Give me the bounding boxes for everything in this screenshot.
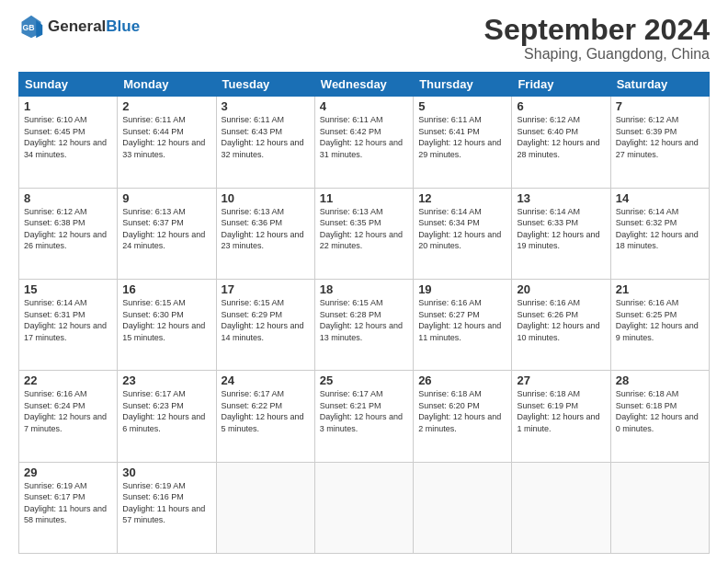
day-number: 23 xyxy=(122,373,210,387)
day-info: Sunrise: 6:19 AM Sunset: 6:16 PM Dayligh… xyxy=(122,480,210,526)
table-cell-w2c6: 21 Sunrise: 6:16 AM Sunset: 6:25 PM Dayl… xyxy=(610,279,709,370)
table-cell-w1c1: 9 Sunrise: 6:13 AM Sunset: 6:37 PM Dayli… xyxy=(118,188,216,279)
day-info: Sunrise: 6:15 AM Sunset: 6:28 PM Dayligh… xyxy=(320,297,408,343)
day-info: Sunrise: 6:18 AM Sunset: 6:20 PM Dayligh… xyxy=(418,388,506,434)
day-info: Sunrise: 6:12 AM Sunset: 6:40 PM Dayligh… xyxy=(517,114,605,160)
table-cell-w0c2: 3 Sunrise: 6:11 AM Sunset: 6:43 PM Dayli… xyxy=(216,97,314,188)
calendar-week-2: 8 Sunrise: 6:12 AM Sunset: 6:38 PM Dayli… xyxy=(19,188,710,279)
table-cell-w0c3: 4 Sunrise: 6:11 AM Sunset: 6:42 PM Dayli… xyxy=(314,97,413,188)
table-cell-w4c3 xyxy=(314,462,413,553)
table-cell-w0c6: 7 Sunrise: 6:12 AM Sunset: 6:39 PM Dayli… xyxy=(610,97,709,188)
table-cell-w0c4: 5 Sunrise: 6:11 AM Sunset: 6:41 PM Dayli… xyxy=(414,97,512,188)
calendar-week-4: 22 Sunrise: 6:16 AM Sunset: 6:24 PM Dayl… xyxy=(19,371,710,462)
day-number: 14 xyxy=(616,191,704,205)
col-tuesday: Tuesday xyxy=(216,73,314,97)
day-info: Sunrise: 6:11 AM Sunset: 6:42 PM Dayligh… xyxy=(320,114,408,160)
day-info: Sunrise: 6:12 AM Sunset: 6:39 PM Dayligh… xyxy=(616,114,704,160)
day-number: 24 xyxy=(222,373,310,387)
logo: GB GeneralBlue xyxy=(18,14,140,40)
table-cell-w3c6: 28 Sunrise: 6:18 AM Sunset: 6:18 PM Dayl… xyxy=(610,371,709,462)
day-info: Sunrise: 6:19 AM Sunset: 6:17 PM Dayligh… xyxy=(24,480,112,526)
col-saturday: Saturday xyxy=(610,73,709,97)
day-info: Sunrise: 6:12 AM Sunset: 6:38 PM Dayligh… xyxy=(24,206,112,252)
table-cell-w3c5: 27 Sunrise: 6:18 AM Sunset: 6:19 PM Dayl… xyxy=(512,371,610,462)
col-sunday: Sunday xyxy=(19,73,118,97)
day-info: Sunrise: 6:16 AM Sunset: 6:27 PM Dayligh… xyxy=(418,297,506,343)
table-cell-w2c0: 15 Sunrise: 6:14 AM Sunset: 6:31 PM Dayl… xyxy=(19,279,118,370)
table-cell-w4c6 xyxy=(610,462,709,553)
table-cell-w2c1: 16 Sunrise: 6:15 AM Sunset: 6:30 PM Dayl… xyxy=(118,279,216,370)
day-number: 21 xyxy=(616,282,704,296)
logo-blue: Blue xyxy=(106,17,140,35)
col-wednesday: Wednesday xyxy=(314,73,413,97)
table-cell-w3c1: 23 Sunrise: 6:17 AM Sunset: 6:23 PM Dayl… xyxy=(118,371,216,462)
day-info: Sunrise: 6:15 AM Sunset: 6:29 PM Dayligh… xyxy=(222,297,310,343)
day-number: 4 xyxy=(320,99,408,113)
day-number: 16 xyxy=(122,282,210,296)
day-info: Sunrise: 6:18 AM Sunset: 6:19 PM Dayligh… xyxy=(517,388,605,434)
day-info: Sunrise: 6:14 AM Sunset: 6:32 PM Dayligh… xyxy=(616,206,704,252)
table-cell-w1c0: 8 Sunrise: 6:12 AM Sunset: 6:38 PM Dayli… xyxy=(19,188,118,279)
page: GB GeneralBlue September 2024 Shaping, G… xyxy=(0,0,728,563)
logo-text: GeneralBlue xyxy=(48,18,140,36)
day-info: Sunrise: 6:14 AM Sunset: 6:34 PM Dayligh… xyxy=(418,206,506,252)
table-cell-w2c5: 20 Sunrise: 6:16 AM Sunset: 6:26 PM Dayl… xyxy=(512,279,610,370)
day-info: Sunrise: 6:13 AM Sunset: 6:36 PM Dayligh… xyxy=(222,206,310,252)
day-info: Sunrise: 6:13 AM Sunset: 6:35 PM Dayligh… xyxy=(320,206,408,252)
table-cell-w3c2: 24 Sunrise: 6:17 AM Sunset: 6:22 PM Dayl… xyxy=(216,371,314,462)
day-number: 19 xyxy=(418,282,506,296)
header: GB GeneralBlue September 2024 Shaping, G… xyxy=(18,14,710,63)
calendar-week-3: 15 Sunrise: 6:14 AM Sunset: 6:31 PM Dayl… xyxy=(19,279,710,370)
day-info: Sunrise: 6:18 AM Sunset: 6:18 PM Dayligh… xyxy=(616,388,704,434)
table-cell-w1c4: 12 Sunrise: 6:14 AM Sunset: 6:34 PM Dayl… xyxy=(414,188,512,279)
table-cell-w3c3: 25 Sunrise: 6:17 AM Sunset: 6:21 PM Dayl… xyxy=(314,371,413,462)
day-number: 10 xyxy=(222,191,310,205)
calendar-week-1: 1 Sunrise: 6:10 AM Sunset: 6:45 PM Dayli… xyxy=(19,97,710,188)
day-info: Sunrise: 6:13 AM Sunset: 6:37 PM Dayligh… xyxy=(122,206,210,252)
day-number: 5 xyxy=(418,99,506,113)
table-cell-w4c4 xyxy=(414,462,512,553)
day-number: 3 xyxy=(222,99,310,113)
day-number: 9 xyxy=(122,191,210,205)
calendar-week-5: 29 Sunrise: 6:19 AM Sunset: 6:17 PM Dayl… xyxy=(19,462,710,553)
calendar-header-row: Sunday Monday Tuesday Wednesday Thursday… xyxy=(19,73,710,97)
day-info: Sunrise: 6:17 AM Sunset: 6:23 PM Dayligh… xyxy=(122,388,210,434)
day-info: Sunrise: 6:17 AM Sunset: 6:21 PM Dayligh… xyxy=(320,388,408,434)
svg-marker-1 xyxy=(36,20,42,38)
col-friday: Friday xyxy=(512,73,610,97)
day-number: 29 xyxy=(24,465,112,479)
table-cell-w1c3: 11 Sunrise: 6:13 AM Sunset: 6:35 PM Dayl… xyxy=(314,188,413,279)
day-info: Sunrise: 6:10 AM Sunset: 6:45 PM Dayligh… xyxy=(24,114,112,160)
day-number: 27 xyxy=(517,373,605,387)
logo-general: General xyxy=(48,17,106,35)
day-number: 6 xyxy=(517,99,605,113)
table-cell-w1c5: 13 Sunrise: 6:14 AM Sunset: 6:33 PM Dayl… xyxy=(512,188,610,279)
day-number: 11 xyxy=(320,191,408,205)
day-info: Sunrise: 6:17 AM Sunset: 6:22 PM Dayligh… xyxy=(222,388,310,434)
table-cell-w0c1: 2 Sunrise: 6:11 AM Sunset: 6:44 PM Dayli… xyxy=(118,97,216,188)
day-number: 8 xyxy=(24,191,112,205)
day-info: Sunrise: 6:16 AM Sunset: 6:24 PM Dayligh… xyxy=(24,388,112,434)
table-cell-w0c5: 6 Sunrise: 6:12 AM Sunset: 6:40 PM Dayli… xyxy=(512,97,610,188)
col-thursday: Thursday xyxy=(414,73,512,97)
day-info: Sunrise: 6:16 AM Sunset: 6:26 PM Dayligh… xyxy=(517,297,605,343)
table-cell-w3c0: 22 Sunrise: 6:16 AM Sunset: 6:24 PM Dayl… xyxy=(19,371,118,462)
table-cell-w2c4: 19 Sunrise: 6:16 AM Sunset: 6:27 PM Dayl… xyxy=(414,279,512,370)
day-number: 25 xyxy=(320,373,408,387)
table-cell-w2c2: 17 Sunrise: 6:15 AM Sunset: 6:29 PM Dayl… xyxy=(216,279,314,370)
main-title: September 2024 xyxy=(484,14,710,46)
table-cell-w4c2 xyxy=(216,462,314,553)
day-number: 20 xyxy=(517,282,605,296)
day-info: Sunrise: 6:16 AM Sunset: 6:25 PM Dayligh… xyxy=(616,297,704,343)
table-cell-w2c3: 18 Sunrise: 6:15 AM Sunset: 6:28 PM Dayl… xyxy=(314,279,413,370)
day-number: 30 xyxy=(122,465,210,479)
day-number: 13 xyxy=(517,191,605,205)
day-info: Sunrise: 6:11 AM Sunset: 6:43 PM Dayligh… xyxy=(222,114,310,160)
day-info: Sunrise: 6:11 AM Sunset: 6:41 PM Dayligh… xyxy=(418,114,506,160)
calendar-table: Sunday Monday Tuesday Wednesday Thursday… xyxy=(18,72,710,554)
day-info: Sunrise: 6:14 AM Sunset: 6:33 PM Dayligh… xyxy=(517,206,605,252)
day-number: 26 xyxy=(418,373,506,387)
table-cell-w1c2: 10 Sunrise: 6:13 AM Sunset: 6:36 PM Dayl… xyxy=(216,188,314,279)
table-cell-w0c0: 1 Sunrise: 6:10 AM Sunset: 6:45 PM Dayli… xyxy=(19,97,118,188)
day-info: Sunrise: 6:11 AM Sunset: 6:44 PM Dayligh… xyxy=(122,114,210,160)
